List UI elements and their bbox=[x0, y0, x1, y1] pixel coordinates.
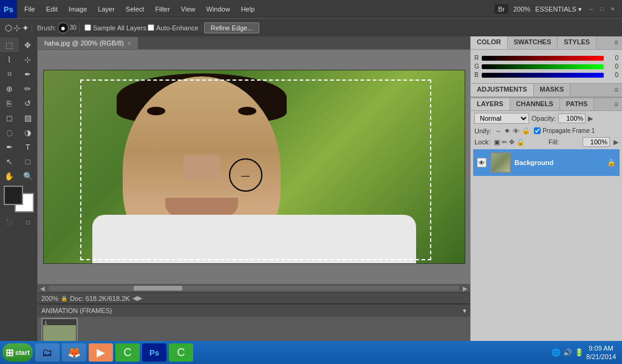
essentials-label[interactable]: ESSENTIALS ▾ bbox=[535, 5, 582, 13]
type-tool[interactable]: T bbox=[19, 140, 38, 154]
history-brush[interactable]: ↺ bbox=[19, 96, 38, 110]
tab-close-button[interactable]: × bbox=[128, 40, 131, 47]
menu-window[interactable]: Window bbox=[202, 3, 235, 15]
pen-tool[interactable]: ✒ bbox=[0, 140, 19, 154]
minimize-button[interactable]: ─ bbox=[587, 5, 595, 13]
close-button[interactable]: ✕ bbox=[609, 5, 617, 13]
menu-help[interactable]: Help bbox=[236, 3, 260, 15]
blue-slider[interactable] bbox=[482, 73, 604, 78]
move-tool[interactable]: ✥ bbox=[19, 38, 38, 52]
unify-style-icon[interactable]: ★ bbox=[504, 127, 510, 135]
menu-select[interactable]: Select bbox=[121, 3, 149, 15]
layers-panel-options-icon[interactable]: ≡ bbox=[610, 98, 622, 110]
layers-section: LAYERS CHANNELS PATHS ≡ Normal Opacity: … bbox=[471, 98, 622, 364]
quick-selection-icon[interactable]: ⊹ bbox=[13, 23, 21, 33]
adjustments-tabs: ADJUSTMENTS MASKS ≡ bbox=[471, 84, 622, 97]
gradient-tool[interactable]: ▨ bbox=[19, 110, 38, 125]
unify-pos-icon[interactable]: ↔ bbox=[495, 127, 502, 135]
sample-all-label[interactable]: Sample All Layers bbox=[84, 24, 146, 32]
tab-styles[interactable]: STYLES bbox=[558, 36, 596, 49]
healing-tool[interactable]: ⊕ bbox=[0, 81, 19, 96]
screen-mode-btn[interactable]: □ bbox=[19, 215, 38, 229]
color-panel-options-icon[interactable]: ≡ bbox=[610, 36, 622, 49]
taskbar-app-icon[interactable]: C bbox=[169, 343, 193, 362]
lock-position-icon[interactable]: ✥ bbox=[509, 138, 514, 146]
taskbar-chat-icon[interactable]: C bbox=[115, 343, 140, 362]
eraser-tool[interactable]: ◻ bbox=[0, 110, 19, 125]
status-nav-icon[interactable]: ◀▶ bbox=[132, 294, 142, 302]
blue-label: B bbox=[474, 72, 479, 78]
menu-image[interactable]: Image bbox=[64, 3, 92, 15]
menu-filter[interactable]: Filter bbox=[150, 3, 174, 15]
auto-enhance-label[interactable]: Auto-Enhance bbox=[148, 24, 199, 32]
lock-image-icon[interactable]: ✏ bbox=[502, 138, 507, 146]
zoom-display: 200% bbox=[513, 5, 530, 13]
restore-button[interactable]: □ bbox=[598, 5, 606, 13]
refine-edge-button[interactable]: Refine Edge... bbox=[204, 22, 260, 33]
brush-indicator[interactable]: ● bbox=[58, 22, 69, 33]
quick-mask-btn[interactable]: ⬛ bbox=[0, 215, 19, 229]
blur-tool[interactable]: ◌ bbox=[0, 125, 19, 140]
tab-paths[interactable]: PATHS bbox=[560, 98, 595, 110]
dodge-tool[interactable]: ◑ bbox=[19, 125, 38, 140]
path-select-tool[interactable]: ↖ bbox=[0, 154, 19, 169]
taskbar-media-icon[interactable]: ▶ bbox=[89, 343, 113, 362]
blend-mode-select[interactable]: Normal bbox=[474, 113, 529, 124]
taskbar-firefox-icon[interactable]: 🦊 bbox=[62, 343, 86, 362]
menu-file[interactable]: File bbox=[19, 3, 40, 15]
hscroll-bar[interactable]: ◀ ▶ bbox=[38, 284, 470, 292]
taskbar-photoshop-icon[interactable]: Ps bbox=[142, 343, 166, 362]
shape-tool[interactable]: □ bbox=[19, 154, 38, 169]
lasso-tool[interactable]: ⌇ bbox=[0, 52, 19, 67]
sample-all-checkbox[interactable] bbox=[84, 24, 91, 31]
propagate-label[interactable]: Propagate Frame 1 bbox=[534, 127, 595, 134]
adjustments-panel: ADJUSTMENTS MASKS ≡ bbox=[471, 84, 622, 98]
tab-color[interactable]: COLOR bbox=[471, 36, 508, 49]
hscroll-thumb[interactable] bbox=[134, 286, 182, 291]
adjustments-panel-options[interactable]: ≡ bbox=[610, 84, 622, 96]
green-slider[interactable] bbox=[482, 64, 604, 69]
document-tab[interactable]: haha.jpg @ 200% (RGB/8) × bbox=[38, 37, 138, 49]
magic-wand-icon[interactable]: ✦ bbox=[22, 23, 29, 33]
tab-swatches[interactable]: SWATCHES bbox=[508, 36, 558, 49]
fill-input[interactable] bbox=[583, 137, 610, 147]
zoom-tool[interactable]: 🔍 bbox=[19, 169, 38, 183]
crop-tool[interactable]: ⌗ bbox=[0, 67, 19, 81]
menu-layer[interactable]: Layer bbox=[93, 3, 120, 15]
lock-transparent-icon[interactable]: ▣ bbox=[494, 138, 500, 146]
brush-tool[interactable]: ✏ bbox=[19, 81, 38, 96]
propagate-checkbox[interactable] bbox=[534, 127, 541, 134]
auto-enhance-checkbox[interactable] bbox=[148, 24, 154, 31]
animation-collapse-icon[interactable]: ▾ bbox=[463, 307, 466, 315]
lock-all-icon[interactable]: 🔒 bbox=[516, 138, 525, 146]
brush-size-value: 30 bbox=[70, 24, 77, 31]
tool-row-5: ⎘ ↺ bbox=[0, 96, 37, 110]
bridge-icon[interactable]: Br bbox=[494, 4, 508, 14]
menu-view[interactable]: View bbox=[176, 3, 200, 15]
scroll-right-arrow[interactable]: ▶ bbox=[463, 285, 468, 292]
eyedropper-tool[interactable]: ✒ bbox=[19, 67, 38, 81]
tab-channels[interactable]: CHANNELS bbox=[510, 98, 560, 110]
tab-masks[interactable]: MASKS bbox=[534, 84, 571, 96]
opacity-input[interactable] bbox=[558, 113, 586, 123]
fill-arrow-icon[interactable]: ▶ bbox=[613, 138, 618, 146]
tab-layers[interactable]: LAYERS bbox=[471, 98, 510, 110]
foreground-color[interactable] bbox=[4, 186, 23, 205]
quick-select-tool[interactable]: ⊹ bbox=[19, 52, 38, 67]
layer-visibility-icon[interactable]: 👁 bbox=[477, 158, 487, 167]
unify-lock-icon[interactable]: 🔒 bbox=[522, 127, 530, 135]
opacity-arrow-icon[interactable]: ▶ bbox=[588, 115, 593, 123]
unify-vis-icon[interactable]: 👁 bbox=[513, 127, 519, 135]
marquee-tool[interactable]: ⬚ bbox=[0, 38, 19, 52]
tab-adjustments[interactable]: ADJUSTMENTS bbox=[471, 84, 534, 96]
start-button[interactable]: ⊞ start bbox=[2, 343, 33, 362]
canvas-wrapper[interactable]: — bbox=[38, 50, 470, 284]
scroll-left-arrow[interactable]: ◀ bbox=[40, 285, 45, 292]
taskbar-folder-icon[interactable]: 🗂 bbox=[35, 343, 60, 362]
blue-value: 0 bbox=[606, 72, 618, 78]
layer-item-background[interactable]: 👁 Background 🔒 bbox=[473, 149, 620, 176]
menu-edit[interactable]: Edit bbox=[41, 3, 63, 15]
hand-tool[interactable]: ✋ bbox=[0, 169, 19, 183]
clone-tool[interactable]: ⎘ bbox=[0, 96, 19, 110]
red-slider[interactable] bbox=[482, 56, 604, 61]
